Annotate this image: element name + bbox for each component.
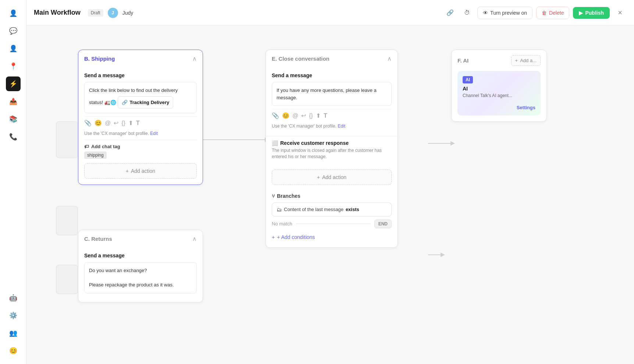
stub-node-3 [56,265,78,294]
tag-section-b: 🏷 Add chat tag shipping [84,144,197,159]
upload-icon-b[interactable]: ⬆ [128,119,133,126]
branches-title: ⑂ Branches [272,193,392,199]
avatar: J [108,8,118,18]
tracking-link[interactable]: 🔗 Tracking Delivery [118,96,174,109]
tag-label-b: 🏷 Add chat tag [84,144,197,149]
tracking-link-label: Tracking Delivery [130,99,170,106]
add-action-label-e: Add action [322,174,346,180]
card-b-shipping: B. Shipping ∧ Send a message Click the l… [78,50,203,185]
card-b-body: Send a message Click the link below to f… [78,67,203,185]
preview-label: Turn preview on [490,10,527,16]
stub-node-1 [56,121,78,158]
message-box-c[interactable]: Do you want an exchange? Please repackag… [84,262,197,293]
bot-profile-e: Use the 'CX manager' bot profile. Edit [272,124,392,129]
ai-agent-inner: AI AI Channel Talk's AI agent... [457,71,541,103]
svg-marker-8 [441,253,445,257]
delete-button[interactable]: 🗑 Delete [536,7,569,19]
card-e-collapse[interactable]: ∧ [387,55,392,62]
reply-icon-e[interactable]: ↩ [301,112,306,119]
receive-desc: The input window is closed again after t… [272,147,392,160]
tracking-icon: 🔗 [122,99,128,106]
add-ai-label: Add a... [520,58,537,63]
emoji-icon-b[interactable]: 😊 [95,119,102,126]
plus-icon-e: + [317,174,320,180]
branches-section: ⑂ Branches 🗂 Content of the last message… [266,189,398,247]
mention-icon-b[interactable]: @ [105,120,111,126]
message-text-e: If you have any more questions, please l… [277,88,377,100]
branch-item[interactable]: 🗂 Content of the last message exists [272,203,392,217]
edit-link-b[interactable]: Edit [150,131,158,136]
sidebar-icon-send[interactable]: 📤 [6,94,21,109]
variable-icon-e[interactable]: {} [309,113,313,119]
add-action-button-e[interactable]: + Add action [272,169,392,185]
history-button[interactable]: ⏱ [460,6,474,19]
tag-icon: 🏷 [84,144,89,149]
sidebar-icon-settings[interactable]: ⚙️ [6,308,21,323]
toolbar-b: 📎 😊 @ ↩ {} ⬆ T [84,116,197,129]
card-c-returns: C. Returns ∧ Send a message Do you want … [78,230,203,303]
card-b-collapse[interactable]: ∧ [192,55,197,62]
format-icon-b[interactable]: T [136,120,140,126]
add-conditions-button[interactable]: + + Add conditions [272,231,315,243]
ai-badge-label: AI [466,77,470,82]
card-e-body: Send a message If you have any more ques… [266,67,398,135]
add-action-button-b[interactable]: + Add action [84,163,197,179]
sidebar-icon-bot[interactable]: 🤖 [6,290,21,305]
sidebar-icon-location[interactable]: 📍 [6,59,21,74]
preview-button[interactable]: 👁 Turn preview on [477,7,533,19]
sidebar-icon-profile[interactable]: 😊 [6,343,21,358]
end-badge: END [374,220,392,228]
send-message-label-b: Send a message [84,72,197,78]
card-f-header: F. AI + Add a... [452,50,546,71]
message-box-e[interactable]: If you have any more questions, please l… [272,82,392,106]
reply-icon-b[interactable]: ↩ [114,119,118,126]
card-b-title: B. Shipping [84,56,115,62]
sidebar-icon-chat[interactable]: 💬 [6,24,21,38]
ai-agent-block: AI AI Channel Talk's AI agent... Setting… [457,71,541,115]
attach-icon-e[interactable]: 📎 [272,112,279,119]
ai-agent-desc: Channel Talk's AI agent... [463,93,535,98]
avatar-initials: J [111,10,114,15]
plus-ai-icon: + [515,58,518,63]
sidebar-icon-lightning[interactable]: ⚡ [6,76,21,91]
workflow-title: Main Workflow [34,9,81,17]
receive-title: ⬜ Receive customer response [272,140,392,146]
sidebar-icon-users[interactable]: 👤 [6,6,21,21]
preview-icon: 👁 [483,10,488,16]
card-c-collapse[interactable]: ∧ [192,235,197,242]
close-button[interactable]: × [613,6,627,19]
format-icon-e[interactable]: T [324,113,327,119]
ai-settings-button[interactable]: Settings [457,103,541,115]
card-c-body: Send a message Do you want an exchange? … [78,247,203,302]
edit-link-e[interactable]: Edit [338,124,345,129]
no-match-row: No match END [272,220,392,228]
mention-icon-e[interactable]: @ [292,113,298,119]
workflow-canvas: B. Shipping ∧ Send a message Click the l… [26,26,634,364]
card-e-header: E. Close conversation ∧ [266,50,398,67]
attach-icon-b[interactable]: 📎 [84,119,92,126]
emoji-icon-e[interactable]: 😊 [282,112,289,119]
tag-badge-shipping: shipping [84,151,107,159]
bot-profile-b: Use the 'CX manager' bot profile. Edit [84,131,197,136]
user-name: Judy [122,10,133,16]
variable-icon-b[interactable]: {} [121,120,125,126]
sidebar-icon-team[interactable]: 👥 [6,326,21,340]
db-icon: 🗂 [277,207,282,213]
card-b-header: B. Shipping ∧ [78,50,203,67]
sidebar-icon-book[interactable]: 📚 [6,112,21,126]
link-button[interactable]: 🔗 [444,6,457,19]
sidebar-icon-phone[interactable]: 📞 [6,129,21,144]
card-e-close: E. Close conversation ∧ Send a message I… [266,50,398,248]
toolbar-e: 📎 😊 @ ↩ {} ⬆ T [272,109,392,122]
ai-agent-title: AI [463,86,535,92]
publish-button[interactable]: ▶ Publish [573,7,610,19]
svg-marker-6 [450,141,455,146]
add-ai-button[interactable]: + Add a... [511,55,541,66]
delete-icon: 🗑 [542,10,547,16]
divider-b [84,140,197,140]
receive-icon: ⬜ [272,140,278,146]
sidebar-icon-contacts[interactable]: 👤 [6,41,21,56]
upload-icon-e[interactable]: ⬆ [316,112,321,119]
send-message-label-c: Send a message [84,253,197,258]
message-box-b[interactable]: Click the link below to find out the del… [84,82,197,113]
